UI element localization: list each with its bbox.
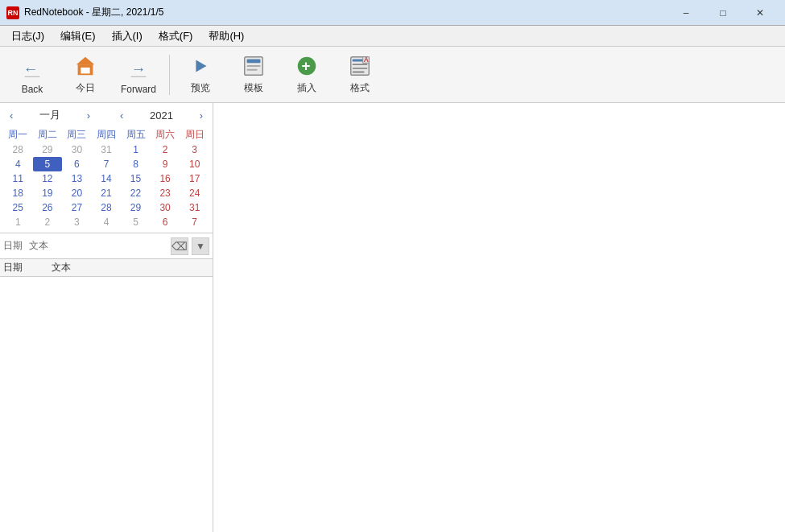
cal-day[interactable]: 2 [151,142,180,157]
template-button[interactable]: 模板 [228,51,279,99]
editor-textarea[interactable] [213,103,785,532]
back-button[interactable]: ← Back [6,51,58,99]
cal-day-today[interactable]: 5 [33,157,63,171]
svg-rect-17 [353,68,368,69]
toolbar-separator-1 [169,55,170,95]
col-text-header: 文本 [52,261,209,274]
cal-day[interactable]: 25 [3,200,33,215]
cal-day[interactable]: 11 [3,171,33,186]
preview-button[interactable]: 预览 [175,51,226,99]
forward-button[interactable]: → Forward [113,51,164,99]
filter-dropdown-button[interactable]: ▼ [192,237,209,255]
toolbar: ← Back 今日 → Forward [0,47,785,103]
svg-rect-15 [353,60,363,62]
weekday-thu: 周四 [92,127,122,142]
entry-list[interactable]: 日期 文本 [0,259,213,532]
cal-day[interactable]: 13 [62,171,92,186]
cal-day[interactable]: 1 [121,142,151,157]
weekday-sun: 周日 [180,127,209,142]
cal-day[interactable]: 28 [3,142,33,157]
cal-day[interactable]: 7 [180,215,209,229]
format-label: 格式 [350,81,370,95]
format-button[interactable]: A 格式 [334,51,386,99]
calendar-week-3: 11 12 13 14 15 16 17 [3,171,209,186]
cal-day[interactable]: 6 [62,157,92,171]
col-date-header: 日期 [3,261,52,274]
cal-day[interactable]: 31 [92,142,122,157]
cal-day[interactable]: 22 [121,186,151,200]
cal-day[interactable]: 6 [151,215,180,229]
cal-day[interactable]: 30 [62,142,92,157]
weekday-sat: 周六 [151,127,180,142]
menu-item-format[interactable]: 格式(F) [151,26,201,46]
weekday-wed: 周三 [62,127,92,142]
cal-day[interactable]: 20 [62,186,92,200]
window-title: RedNotebook - 星期二, 2021/1/5 [24,6,163,19]
today-icon [72,54,98,78]
weekday-header-row: 周一 周二 周三 周四 周五 周六 周日 [3,127,209,142]
cal-day[interactable]: 24 [180,186,209,200]
cal-day[interactable]: 29 [33,142,63,157]
menu-item-help[interactable]: 帮助(H) [200,26,252,46]
today-label: 今日 [76,81,95,95]
calendar-week-2: 4 5 6 7 8 9 10 [3,157,209,171]
main-content: ‹ 一月 › ‹ 2021 › 周一 周二 周三 周四 周五 周六 周日 [0,103,785,532]
cal-day[interactable]: 10 [180,157,209,171]
cal-day[interactable]: 4 [92,215,122,229]
cal-day[interactable]: 17 [180,171,209,186]
cal-day[interactable]: 3 [62,215,92,229]
cal-day[interactable]: 23 [151,186,180,200]
title-bar-left: RN RedNotebook - 星期二, 2021/1/5 [6,6,163,19]
insert-icon: + [294,54,320,78]
cal-day[interactable]: 31 [180,200,209,215]
cal-day[interactable]: 14 [92,171,122,186]
template-icon [241,54,266,78]
cal-day[interactable]: 7 [92,157,122,171]
calendar-grid: 周一 周二 周三 周四 周五 周六 周日 28 29 30 [3,127,209,229]
svg-text:+: + [301,57,310,74]
cal-day[interactable]: 12 [33,171,63,186]
cal-day[interactable]: 15 [121,171,151,186]
cal-day[interactable]: 9 [151,157,180,171]
cal-day[interactable]: 8 [121,157,151,171]
next-month-button[interactable]: › [84,109,93,122]
cal-day[interactable]: 21 [92,186,122,200]
svg-rect-18 [353,72,365,73]
menu-item-journal[interactable]: 日志(J) [3,26,52,46]
next-year-button[interactable]: › [196,109,206,122]
svg-rect-10 [247,65,261,67]
cal-day[interactable]: 26 [33,200,63,215]
clear-icon: ⌫ [171,240,188,253]
filter-date-label: 日期 [3,239,23,253]
minimize-button[interactable]: – [667,0,704,26]
cal-day[interactable]: 1 [3,215,33,229]
cal-day[interactable]: 4 [3,157,33,171]
editor-area [213,103,785,532]
cal-day[interactable]: 30 [151,200,180,215]
cal-day[interactable]: 28 [92,200,122,215]
insert-button[interactable]: + 插入 [281,51,333,99]
template-label: 模板 [244,81,263,95]
cal-day[interactable]: 27 [62,200,92,215]
format-icon: A [347,54,373,78]
filter-clear-button[interactable]: ⌫ [171,237,188,255]
cal-day[interactable]: 3 [180,142,209,157]
year-label: 2021 [150,109,173,122]
dropdown-icon: ▼ [196,241,205,252]
maximize-button[interactable]: □ [704,0,742,26]
menu-item-edit[interactable]: 编辑(E) [52,26,103,46]
menu-item-insert[interactable]: 插入(I) [104,26,151,46]
cal-day[interactable]: 29 [121,200,151,215]
prev-year-button[interactable]: ‹ [117,109,126,122]
cal-day[interactable]: 5 [121,215,151,229]
calendar-week-4: 18 19 20 21 22 23 24 [3,186,209,200]
cal-day[interactable]: 16 [151,171,180,186]
prev-month-button[interactable]: ‹ [6,109,16,122]
cal-day[interactable]: 19 [33,186,63,200]
cal-day[interactable]: 2 [33,215,63,229]
cal-day[interactable]: 18 [3,186,33,200]
close-button[interactable]: ✕ [742,0,779,26]
insert-label: 插入 [297,81,316,95]
preview-label: 预览 [191,81,210,95]
today-button[interactable]: 今日 [60,51,111,99]
